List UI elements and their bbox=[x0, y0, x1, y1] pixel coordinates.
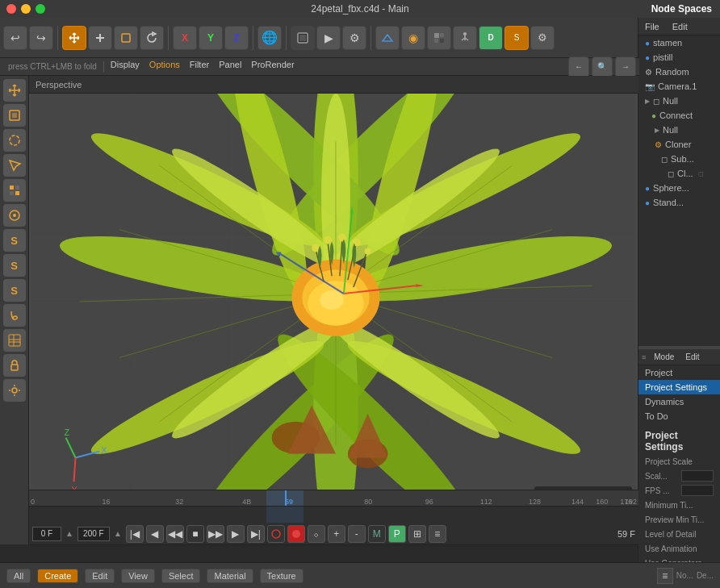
project-settings-tab[interactable]: Project Settings bbox=[638, 380, 720, 394]
tree-item-stand[interactable]: ● Stand... bbox=[638, 195, 719, 210]
tree-item-cloner[interactable]: ⚙ Cloner bbox=[638, 137, 719, 152]
options-btn[interactable]: ≡ bbox=[429, 525, 446, 543]
object-mode-button[interactable]: ◉ bbox=[401, 26, 425, 50]
add-key-btn[interactable]: + bbox=[328, 525, 345, 543]
todo-tab[interactable]: To Do bbox=[638, 409, 720, 423]
play-button[interactable]: ▶ bbox=[316, 26, 341, 50]
next-frame-btn[interactable]: ▶ bbox=[227, 525, 245, 543]
nav-3[interactable]: → bbox=[615, 56, 636, 77]
checkerboard-icon[interactable] bbox=[3, 179, 26, 202]
mode-btn[interactable]: Mode bbox=[651, 352, 677, 362]
scale-input[interactable] bbox=[681, 470, 714, 482]
record-btn[interactable] bbox=[287, 525, 305, 543]
deformers-button[interactable]: D bbox=[479, 26, 503, 50]
tree-item-stamen[interactable]: ● stamen bbox=[638, 35, 719, 50]
tree-item-sub[interactable]: ◻ Sub... bbox=[638, 152, 719, 166]
options-menu[interactable]: Options bbox=[144, 60, 185, 74]
edit-menu-btn[interactable]: Edit bbox=[669, 21, 691, 32]
file-menu-btn[interactable]: File bbox=[642, 21, 663, 32]
tree-item-connect[interactable]: ● Connect bbox=[638, 108, 719, 123]
edit-status-btn[interactable]: Edit bbox=[85, 569, 115, 583]
create-btn[interactable]: Create bbox=[37, 569, 78, 583]
all-btn[interactable]: All bbox=[6, 569, 31, 583]
render-settings-button[interactable]: ⚙ bbox=[342, 26, 366, 50]
tree-item-null2[interactable]: ▶ Null bbox=[638, 123, 719, 137]
texture-btn[interactable]: Texture bbox=[260, 569, 303, 583]
fps-input[interactable] bbox=[681, 485, 714, 496]
project-tab[interactable]: Project bbox=[638, 365, 720, 380]
minimize-button[interactable] bbox=[21, 4, 31, 14]
tree-item-null1[interactable]: ▶ ◻ Null bbox=[638, 94, 719, 108]
undo-button[interactable]: ↩ bbox=[3, 26, 27, 50]
add-tool-button[interactable] bbox=[88, 26, 112, 50]
play-fwd-btn[interactable]: ▶▶ bbox=[207, 525, 224, 543]
world-button[interactable]: 🌐 bbox=[257, 26, 282, 50]
move-icon[interactable] bbox=[3, 79, 26, 102]
s3-icon[interactable]: S bbox=[3, 279, 26, 302]
tree-item-camera[interactable]: 📷 Camera.1 bbox=[638, 79, 719, 94]
timeline-ruler[interactable]: 0 16 32 4B 59 80 96 112 128 144 160 176 … bbox=[29, 490, 638, 507]
s1-icon[interactable]: S bbox=[3, 229, 26, 252]
object-select-icon[interactable] bbox=[3, 154, 26, 177]
nav-1[interactable]: ← bbox=[568, 56, 589, 77]
hamburger-btn[interactable]: ≡ bbox=[657, 568, 673, 584]
render-button[interactable] bbox=[291, 26, 315, 50]
z-axis-button[interactable]: Z bbox=[224, 26, 249, 50]
move-tool-button[interactable] bbox=[62, 26, 86, 50]
tree-item-sphere[interactable]: ● Sphere... bbox=[638, 181, 719, 195]
project-scale-field: Project Scale bbox=[642, 454, 717, 469]
grid-icon[interactable] bbox=[3, 329, 26, 352]
nav-2[interactable]: 🔍 bbox=[592, 56, 613, 77]
maximize-button[interactable] bbox=[36, 4, 45, 14]
auto-key-btn[interactable] bbox=[267, 525, 285, 543]
del-key-btn[interactable]: - bbox=[348, 525, 366, 543]
svg-rect-0 bbox=[122, 34, 130, 42]
y-axis-button[interactable]: Y bbox=[199, 26, 223, 50]
polygon-icon[interactable] bbox=[3, 204, 26, 227]
mograph-button[interactable] bbox=[427, 26, 451, 50]
lock-icon[interactable] bbox=[3, 354, 26, 377]
display-menu[interactable]: Display bbox=[106, 60, 144, 74]
view-btn[interactable]: View bbox=[121, 569, 155, 583]
position-key-btn[interactable]: P bbox=[388, 525, 406, 543]
motion-key-btn[interactable]: M bbox=[368, 525, 386, 543]
scene-settings-icon[interactable]: ⚙ bbox=[530, 26, 555, 50]
stop-btn[interactable]: ■ bbox=[186, 525, 204, 543]
dynamics-tab[interactable]: Dynamics bbox=[638, 394, 720, 409]
end-frame-input[interactable] bbox=[77, 527, 110, 541]
x-axis-button[interactable]: X bbox=[173, 26, 197, 50]
key-btn[interactable]: ⬦ bbox=[308, 525, 325, 543]
tree-item-cl[interactable]: ◻ Cl... ◻ bbox=[638, 166, 719, 181]
prev-frame-btn[interactable]: ◀ bbox=[146, 525, 164, 543]
hook-icon[interactable] bbox=[3, 304, 26, 327]
viewport[interactable]: X Z Y Grid Spacing : 100 cm bbox=[29, 94, 638, 506]
frame-separator: ▲ bbox=[65, 529, 73, 538]
redo-button[interactable]: ↪ bbox=[29, 26, 53, 50]
s2-icon[interactable]: S bbox=[3, 254, 26, 277]
timeline-track[interactable] bbox=[29, 507, 638, 523]
frame-96: 96 bbox=[425, 498, 433, 506]
edit-btn[interactable]: Edit bbox=[682, 352, 702, 362]
rotate-tool-button[interactable] bbox=[140, 26, 164, 50]
filter-menu[interactable]: Filter bbox=[185, 60, 214, 74]
rigging-button[interactable] bbox=[453, 26, 477, 50]
close-button[interactable] bbox=[6, 4, 16, 14]
scene-background: X Z Y Grid Spacing : 100 cm bbox=[29, 94, 638, 506]
go-end-btn[interactable]: ▶| bbox=[247, 525, 265, 543]
material-btn[interactable]: Material bbox=[207, 569, 253, 583]
panel-menu[interactable]: Panel bbox=[214, 60, 246, 74]
settings-icon[interactable] bbox=[3, 379, 26, 402]
object-tool-button[interactable] bbox=[114, 26, 138, 50]
tree-item-random[interactable]: ⚙ Random bbox=[638, 65, 719, 79]
play-reverse-btn[interactable]: ◀◀ bbox=[166, 525, 184, 543]
current-frame-input[interactable] bbox=[32, 527, 61, 541]
go-start-btn[interactable]: |◀ bbox=[126, 525, 144, 543]
select-btn[interactable]: Select bbox=[161, 569, 201, 583]
prorender-menu[interactable]: ProRender bbox=[246, 60, 299, 74]
scene-button[interactable]: S bbox=[504, 26, 529, 50]
rotate-icon[interactable] bbox=[3, 129, 26, 152]
tree-item-pistill[interactable]: ● pistill bbox=[638, 50, 719, 65]
timeline-settings-btn[interactable]: ⊞ bbox=[408, 525, 426, 543]
perspective-button[interactable] bbox=[375, 26, 400, 50]
scale-icon[interactable] bbox=[3, 104, 26, 127]
